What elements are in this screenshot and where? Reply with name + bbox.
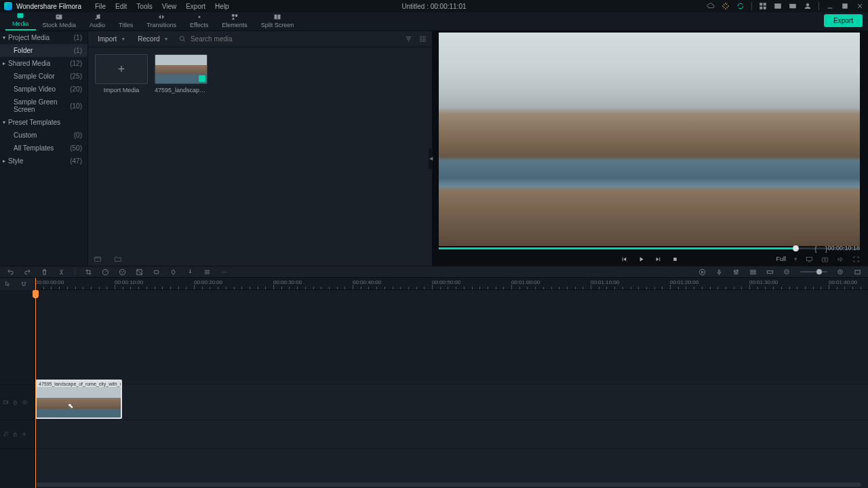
fullscreen-icon[interactable] <box>852 256 860 263</box>
color-icon[interactable] <box>119 268 126 276</box>
folder-icon[interactable] <box>114 255 122 263</box>
menu-view[interactable]: View <box>162 3 177 10</box>
playhead[interactable] <box>35 278 36 488</box>
green-screen-icon[interactable] <box>136 268 143 276</box>
track-options-icon[interactable] <box>203 268 211 276</box>
menu-tools[interactable]: Tools <box>136 3 152 10</box>
filter-icon[interactable] <box>405 35 412 43</box>
more-icon[interactable] <box>220 268 228 276</box>
sparkle-icon[interactable] <box>722 2 730 10</box>
render-icon[interactable] <box>698 268 706 276</box>
mini-timeline-icon[interactable] <box>766 268 774 276</box>
mask-icon[interactable] <box>153 268 160 276</box>
quality-label[interactable]: Full <box>776 256 786 262</box>
menu-export[interactable]: Export <box>186 3 205 10</box>
delete-icon[interactable] <box>41 268 48 276</box>
panel-collapse-handle[interactable]: ◀ <box>429 148 433 169</box>
adjust-track-icon[interactable] <box>749 268 757 276</box>
sidebar-shared-media[interactable]: ▸Shared Media(12) <box>0 57 87 70</box>
tab-titles[interactable]: Titles <box>112 12 140 30</box>
tab-stock-media[interactable]: Stock Media <box>36 12 83 30</box>
sidebar-sample-video[interactable]: Sample Video(20) <box>0 83 87 96</box>
track-blank[interactable] <box>35 290 868 385</box>
tab-effects[interactable]: Effects <box>183 12 215 30</box>
search-input[interactable] <box>191 35 401 43</box>
timeline-clip[interactable]: 47595_landscape_of_rome_city_with_river.… <box>35 380 122 419</box>
audio-track[interactable] <box>35 420 868 449</box>
menu-help[interactable]: Help <box>215 3 229 10</box>
grid-icon[interactable] <box>759 2 767 10</box>
zoom-out-icon[interactable] <box>783 268 791 276</box>
minimize-icon[interactable] <box>826 2 834 10</box>
mail-icon[interactable] <box>789 2 797 10</box>
crop-icon[interactable] <box>85 268 92 276</box>
export-button[interactable]: Export <box>824 14 863 27</box>
mute-icon[interactable] <box>22 431 28 437</box>
timeline-cursor-icon[interactable] <box>4 281 11 287</box>
display-icon[interactable] <box>806 256 813 263</box>
sidebar-custom[interactable]: Custom(0) <box>0 129 87 142</box>
window-icon[interactable] <box>774 2 782 10</box>
sidebar-preset-templates[interactable]: ▾Preset Templates <box>0 116 87 129</box>
horizontal-scrollbar[interactable] <box>35 483 861 487</box>
import-media-card[interactable]: + Import Media <box>95 54 148 94</box>
user-icon[interactable] <box>804 2 812 10</box>
next-frame-icon[interactable] <box>654 256 662 263</box>
zoom-in-icon[interactable] <box>837 268 844 276</box>
mixer-icon[interactable] <box>732 268 740 276</box>
audio-track-label[interactable] <box>0 420 35 449</box>
record-dropdown[interactable]: Record▼ <box>134 34 172 44</box>
svg-rect-26 <box>423 39 425 41</box>
marker-icon[interactable] <box>186 268 194 276</box>
progress-knob[interactable] <box>793 245 799 251</box>
sidebar-sample-green-screen[interactable]: Sample Green Screen(10) <box>0 96 87 116</box>
redo-icon[interactable] <box>24 268 31 276</box>
svg-point-6 <box>806 3 809 6</box>
video-track-label[interactable] <box>0 385 35 420</box>
zoom-fit-icon[interactable] <box>854 268 861 276</box>
lock-icon[interactable] <box>12 399 18 405</box>
tab-split-screen[interactable]: Split Screen <box>254 12 301 30</box>
maximize-icon[interactable] <box>841 2 849 10</box>
prev-frame-icon[interactable] <box>620 256 628 263</box>
media-clip-card[interactable]: 47595_landscape_of_... <box>155 54 208 94</box>
timeline-magnet-icon[interactable] <box>20 281 27 287</box>
sidebar-sample-color[interactable]: Sample Color(25) <box>0 70 87 83</box>
grid-view-icon[interactable] <box>419 35 427 43</box>
preview-controls: Full▾ <box>439 252 860 266</box>
speed-icon[interactable] <box>102 268 109 276</box>
tab-audio[interactable]: Audio <box>83 12 112 30</box>
svg-rect-29 <box>806 257 812 261</box>
tab-media[interactable]: Media <box>5 10 36 30</box>
refresh-icon[interactable] <box>736 2 745 10</box>
menu-edit[interactable]: Edit <box>115 3 127 10</box>
video-track[interactable]: 47595_landscape_of_rome_city_with_river.… <box>35 385 868 420</box>
split-icon[interactable] <box>58 268 65 276</box>
stop-icon[interactable] <box>671 256 679 263</box>
preview-viewport[interactable] <box>439 33 860 246</box>
tracks[interactable]: 47595_landscape_of_rome_city_with_river.… <box>35 290 868 488</box>
close-icon[interactable] <box>856 2 864 10</box>
sidebar-folder[interactable]: Folder(1) <box>0 44 87 57</box>
menu-file[interactable]: File <box>95 3 106 10</box>
volume-icon[interactable] <box>837 256 844 263</box>
timeline-ruler[interactable]: 00:00:00:0000:00:10:0000:00:20:0000:00:3… <box>35 278 868 290</box>
tab-elements[interactable]: Elements <box>215 12 254 30</box>
preview-progress[interactable]: {} 00:00:10:18 <box>439 247 860 249</box>
play-icon[interactable] <box>637 256 645 263</box>
undo-icon[interactable] <box>7 268 14 276</box>
keyframe-icon[interactable] <box>170 268 177 276</box>
zoom-slider[interactable] <box>800 271 827 272</box>
svg-point-16 <box>198 16 200 18</box>
sidebar-all-templates[interactable]: All Templates(50) <box>0 142 87 155</box>
tab-transitions[interactable]: Transitions <box>140 12 183 30</box>
sidebar-style[interactable]: ▸Style(47) <box>0 155 87 167</box>
eye-icon[interactable] <box>22 399 28 405</box>
new-folder-icon[interactable] <box>94 255 102 263</box>
cloud-icon[interactable] <box>707 2 715 10</box>
voiceover-icon[interactable] <box>715 268 723 276</box>
import-dropdown[interactable]: Import▼ <box>94 34 130 44</box>
lock-icon[interactable] <box>12 431 18 437</box>
sidebar-project-media[interactable]: ▾Project Media(1) <box>0 31 87 44</box>
snapshot-icon[interactable] <box>821 256 829 263</box>
